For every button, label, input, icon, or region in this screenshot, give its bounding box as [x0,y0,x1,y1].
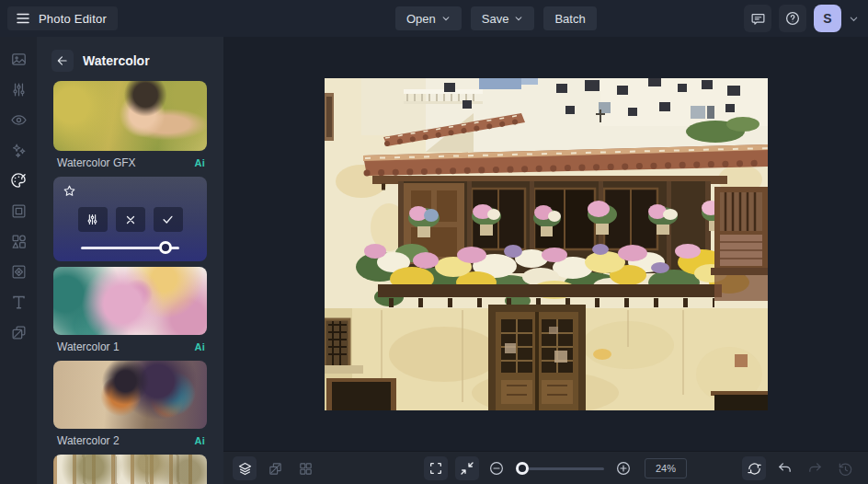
zoom-percent[interactable]: 24% [645,458,687,478]
question-icon [784,10,801,27]
rail-item-retouch[interactable] [0,105,37,134]
filter-label: Watercolor 2 [57,434,120,447]
filter-item-watercolor-1[interactable]: Watercolor 1 Ai [53,267,207,355]
favorite-star-icon[interactable] [63,184,76,198]
filter-thumbnail[interactable] [53,267,207,335]
rail-item-collage[interactable] [0,317,37,347]
open-button[interactable]: Open [395,6,462,30]
redo-button[interactable] [803,456,827,480]
filter-label: Watercolor GFX [57,156,136,169]
rail-item-frame[interactable] [0,196,37,225]
eye-icon [10,111,28,129]
rail-item-adjust[interactable] [0,75,37,104]
zoom-slider-handle[interactable] [516,462,529,475]
rail-item-effects[interactable] [0,135,37,165]
chevron-down-icon [441,14,451,23]
filter-label: Watercolor 1 [57,340,120,353]
compare-button[interactable] [742,456,766,480]
batch-button[interactable]: Batch [543,6,596,30]
panel-title: Watercolor [83,53,150,68]
undo-icon [777,461,793,477]
canvas-area[interactable] [223,37,868,451]
filter-apply-button[interactable] [154,207,183,232]
filter-list: Watercolor GFX Ai [37,81,223,484]
history-icon [838,461,853,477]
bottombar-left [233,456,317,480]
history-button[interactable] [833,456,857,480]
help-button[interactable] [779,5,806,32]
avatar-initial: S [823,11,831,26]
filter-thumbnail[interactable] [53,455,207,484]
transform-icon [268,461,283,477]
compare-icon [747,461,762,477]
fit-screen-button[interactable] [424,456,448,480]
zoom-slider-track [516,467,604,470]
ai-badge: Ai [194,157,205,168]
photo-icon [10,51,28,68]
redo-icon [807,461,823,477]
filter-strength-slider[interactable] [81,241,179,254]
ai-badge: Ai [194,435,205,446]
zoom-out-button[interactable] [486,456,507,480]
app-menu-chip[interactable]: Photo Editor [7,6,118,30]
account-chevron-icon[interactable] [849,14,859,24]
rail-item-border[interactable] [0,257,37,286]
file-actions: Open Save Batch [395,6,597,30]
feedback-button[interactable] [744,5,771,32]
frame-icon [10,202,28,220]
border-icon [10,263,28,281]
zoom-percent-value: 24% [656,463,676,474]
bottom-toolbar: 24% [223,451,868,484]
filter-cancel-button[interactable] [116,207,145,232]
undo-button[interactable] [772,456,796,480]
filter-item-next[interactable] [53,455,207,484]
grid-button[interactable] [293,456,317,480]
top-bar: Photo Editor Open Save Batch [0,0,868,37]
layers-icon [237,461,253,477]
filter-thumbnail[interactable] [53,81,207,151]
zoom-in-button[interactable] [613,456,634,480]
grid-icon [298,461,314,477]
filter-thumbnail[interactable] [53,361,207,429]
filter-item-watercolor-2[interactable]: Watercolor 2 Ai [53,361,207,449]
tool-rail [0,37,37,484]
filter-item-watercolor-gfx[interactable]: Watercolor GFX Ai [53,81,207,171]
slider-handle[interactable] [159,241,172,254]
text-icon [10,294,28,311]
filters-panel: Watercolor Watercolor GFX Ai [37,37,223,484]
shrink-button[interactable] [455,456,479,480]
shrink-icon [460,461,474,476]
app-title: Photo Editor [39,12,107,26]
collage-icon [10,324,28,341]
zoom-slider[interactable] [516,462,604,475]
rail-item-photo[interactable] [0,44,37,74]
shapes-icon [10,233,28,250]
layers-button[interactable] [233,456,257,480]
message-icon [750,11,766,27]
palette-icon [9,171,28,190]
plus-circle-icon [615,460,632,477]
transform-button[interactable] [263,456,287,480]
save-button[interactable]: Save [471,6,535,30]
avatar[interactable]: S [814,5,841,32]
canvas-image [325,78,768,410]
adjust-icon [10,81,28,98]
filter-adjust-button[interactable] [78,207,108,232]
ai-badge: Ai [194,341,205,352]
back-button[interactable] [51,50,74,72]
rail-item-filters[interactable] [0,166,37,195]
rail-item-elements[interactable] [0,226,37,256]
chevron-down-icon [514,14,523,23]
fit-screen-icon [428,461,443,476]
minus-circle-icon [488,460,505,477]
rail-item-text[interactable] [0,287,37,317]
topbar-right: S [744,5,859,32]
hamburger-icon[interactable] [15,10,31,27]
bottombar-right [742,456,857,480]
selected-filter-card[interactable] [53,177,207,261]
panel-header: Watercolor [37,37,223,81]
sparkles-icon [10,142,28,159]
zoom-controls: 24% [424,456,687,480]
